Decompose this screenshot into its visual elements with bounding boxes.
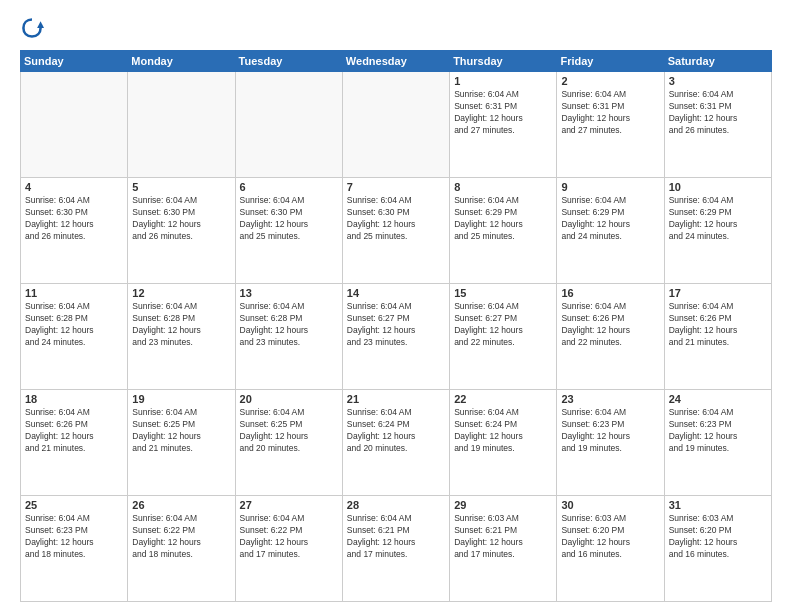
day-cell: 8Sunrise: 6:04 AM Sunset: 6:29 PM Daylig… (450, 178, 557, 284)
day-cell: 9Sunrise: 6:04 AM Sunset: 6:29 PM Daylig… (557, 178, 664, 284)
day-number: 7 (347, 181, 445, 193)
week-row-1: 1Sunrise: 6:04 AM Sunset: 6:31 PM Daylig… (21, 72, 772, 178)
day-number: 23 (561, 393, 659, 405)
day-cell: 31Sunrise: 6:03 AM Sunset: 6:20 PM Dayli… (664, 496, 771, 602)
week-row-5: 25Sunrise: 6:04 AM Sunset: 6:23 PM Dayli… (21, 496, 772, 602)
day-number: 6 (240, 181, 338, 193)
day-cell: 7Sunrise: 6:04 AM Sunset: 6:30 PM Daylig… (342, 178, 449, 284)
day-cell (342, 72, 449, 178)
weekday-header-row: SundayMondayTuesdayWednesdayThursdayFrid… (21, 51, 772, 72)
day-number: 27 (240, 499, 338, 511)
weekday-wednesday: Wednesday (342, 51, 449, 72)
day-cell: 29Sunrise: 6:03 AM Sunset: 6:21 PM Dayli… (450, 496, 557, 602)
day-info: Sunrise: 6:04 AM Sunset: 6:24 PM Dayligh… (454, 407, 552, 455)
day-number: 1 (454, 75, 552, 87)
day-cell: 27Sunrise: 6:04 AM Sunset: 6:22 PM Dayli… (235, 496, 342, 602)
day-number: 29 (454, 499, 552, 511)
day-cell (128, 72, 235, 178)
weekday-sunday: Sunday (21, 51, 128, 72)
day-cell: 10Sunrise: 6:04 AM Sunset: 6:29 PM Dayli… (664, 178, 771, 284)
week-row-3: 11Sunrise: 6:04 AM Sunset: 6:28 PM Dayli… (21, 284, 772, 390)
day-info: Sunrise: 6:04 AM Sunset: 6:31 PM Dayligh… (669, 89, 767, 137)
page: SundayMondayTuesdayWednesdayThursdayFrid… (0, 0, 792, 612)
day-number: 11 (25, 287, 123, 299)
day-info: Sunrise: 6:04 AM Sunset: 6:22 PM Dayligh… (132, 513, 230, 561)
day-number: 26 (132, 499, 230, 511)
day-number: 8 (454, 181, 552, 193)
day-number: 18 (25, 393, 123, 405)
day-cell: 26Sunrise: 6:04 AM Sunset: 6:22 PM Dayli… (128, 496, 235, 602)
day-info: Sunrise: 6:04 AM Sunset: 6:23 PM Dayligh… (669, 407, 767, 455)
day-cell: 17Sunrise: 6:04 AM Sunset: 6:26 PM Dayli… (664, 284, 771, 390)
day-info: Sunrise: 6:04 AM Sunset: 6:28 PM Dayligh… (25, 301, 123, 349)
day-cell: 1Sunrise: 6:04 AM Sunset: 6:31 PM Daylig… (450, 72, 557, 178)
day-cell: 30Sunrise: 6:03 AM Sunset: 6:20 PM Dayli… (557, 496, 664, 602)
day-number: 21 (347, 393, 445, 405)
day-cell: 12Sunrise: 6:04 AM Sunset: 6:28 PM Dayli… (128, 284, 235, 390)
day-number: 22 (454, 393, 552, 405)
day-info: Sunrise: 6:03 AM Sunset: 6:21 PM Dayligh… (454, 513, 552, 561)
day-info: Sunrise: 6:04 AM Sunset: 6:27 PM Dayligh… (347, 301, 445, 349)
day-cell: 23Sunrise: 6:04 AM Sunset: 6:23 PM Dayli… (557, 390, 664, 496)
day-number: 14 (347, 287, 445, 299)
day-number: 20 (240, 393, 338, 405)
day-info: Sunrise: 6:04 AM Sunset: 6:22 PM Dayligh… (240, 513, 338, 561)
day-number: 24 (669, 393, 767, 405)
day-cell: 21Sunrise: 6:04 AM Sunset: 6:24 PM Dayli… (342, 390, 449, 496)
day-number: 3 (669, 75, 767, 87)
day-info: Sunrise: 6:04 AM Sunset: 6:26 PM Dayligh… (25, 407, 123, 455)
day-info: Sunrise: 6:03 AM Sunset: 6:20 PM Dayligh… (561, 513, 659, 561)
day-info: Sunrise: 6:04 AM Sunset: 6:23 PM Dayligh… (25, 513, 123, 561)
day-cell: 28Sunrise: 6:04 AM Sunset: 6:21 PM Dayli… (342, 496, 449, 602)
day-info: Sunrise: 6:04 AM Sunset: 6:30 PM Dayligh… (25, 195, 123, 243)
day-cell: 13Sunrise: 6:04 AM Sunset: 6:28 PM Dayli… (235, 284, 342, 390)
day-info: Sunrise: 6:04 AM Sunset: 6:26 PM Dayligh… (561, 301, 659, 349)
day-number: 4 (25, 181, 123, 193)
day-cell: 15Sunrise: 6:04 AM Sunset: 6:27 PM Dayli… (450, 284, 557, 390)
day-info: Sunrise: 6:04 AM Sunset: 6:31 PM Dayligh… (454, 89, 552, 137)
day-number: 28 (347, 499, 445, 511)
day-cell: 3Sunrise: 6:04 AM Sunset: 6:31 PM Daylig… (664, 72, 771, 178)
day-cell (235, 72, 342, 178)
day-number: 25 (25, 499, 123, 511)
day-info: Sunrise: 6:04 AM Sunset: 6:29 PM Dayligh… (669, 195, 767, 243)
day-number: 16 (561, 287, 659, 299)
week-row-4: 18Sunrise: 6:04 AM Sunset: 6:26 PM Dayli… (21, 390, 772, 496)
day-cell: 11Sunrise: 6:04 AM Sunset: 6:28 PM Dayli… (21, 284, 128, 390)
day-info: Sunrise: 6:04 AM Sunset: 6:29 PM Dayligh… (561, 195, 659, 243)
day-info: Sunrise: 6:04 AM Sunset: 6:28 PM Dayligh… (132, 301, 230, 349)
day-number: 9 (561, 181, 659, 193)
day-info: Sunrise: 6:03 AM Sunset: 6:20 PM Dayligh… (669, 513, 767, 561)
header (20, 16, 772, 40)
day-info: Sunrise: 6:04 AM Sunset: 6:29 PM Dayligh… (454, 195, 552, 243)
weekday-friday: Friday (557, 51, 664, 72)
day-cell: 5Sunrise: 6:04 AM Sunset: 6:30 PM Daylig… (128, 178, 235, 284)
weekday-thursday: Thursday (450, 51, 557, 72)
day-cell: 18Sunrise: 6:04 AM Sunset: 6:26 PM Dayli… (21, 390, 128, 496)
day-cell: 16Sunrise: 6:04 AM Sunset: 6:26 PM Dayli… (557, 284, 664, 390)
day-number: 15 (454, 287, 552, 299)
day-cell: 6Sunrise: 6:04 AM Sunset: 6:30 PM Daylig… (235, 178, 342, 284)
week-row-2: 4Sunrise: 6:04 AM Sunset: 6:30 PM Daylig… (21, 178, 772, 284)
day-cell (21, 72, 128, 178)
day-info: Sunrise: 6:04 AM Sunset: 6:24 PM Dayligh… (347, 407, 445, 455)
logo-icon (20, 16, 44, 40)
day-cell: 25Sunrise: 6:04 AM Sunset: 6:23 PM Dayli… (21, 496, 128, 602)
day-number: 10 (669, 181, 767, 193)
day-info: Sunrise: 6:04 AM Sunset: 6:23 PM Dayligh… (561, 407, 659, 455)
day-number: 13 (240, 287, 338, 299)
day-info: Sunrise: 6:04 AM Sunset: 6:25 PM Dayligh… (240, 407, 338, 455)
calendar-table: SundayMondayTuesdayWednesdayThursdayFrid… (20, 50, 772, 602)
day-info: Sunrise: 6:04 AM Sunset: 6:31 PM Dayligh… (561, 89, 659, 137)
day-number: 2 (561, 75, 659, 87)
weekday-saturday: Saturday (664, 51, 771, 72)
day-info: Sunrise: 6:04 AM Sunset: 6:28 PM Dayligh… (240, 301, 338, 349)
day-cell: 2Sunrise: 6:04 AM Sunset: 6:31 PM Daylig… (557, 72, 664, 178)
day-info: Sunrise: 6:04 AM Sunset: 6:30 PM Dayligh… (240, 195, 338, 243)
day-info: Sunrise: 6:04 AM Sunset: 6:30 PM Dayligh… (347, 195, 445, 243)
day-cell: 19Sunrise: 6:04 AM Sunset: 6:25 PM Dayli… (128, 390, 235, 496)
day-info: Sunrise: 6:04 AM Sunset: 6:26 PM Dayligh… (669, 301, 767, 349)
day-number: 17 (669, 287, 767, 299)
day-cell: 22Sunrise: 6:04 AM Sunset: 6:24 PM Dayli… (450, 390, 557, 496)
day-info: Sunrise: 6:04 AM Sunset: 6:30 PM Dayligh… (132, 195, 230, 243)
